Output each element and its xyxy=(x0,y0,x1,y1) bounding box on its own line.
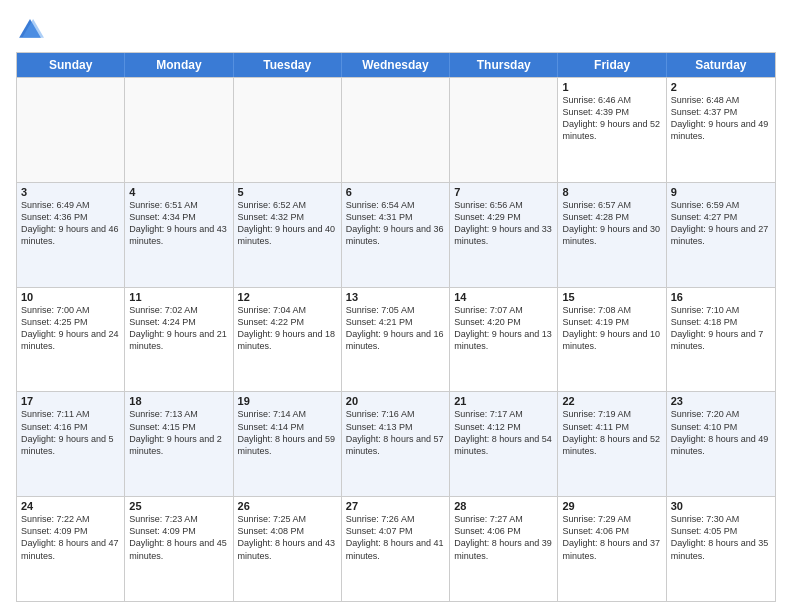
day-number: 13 xyxy=(346,291,445,303)
day-info: Sunrise: 7:07 AM Sunset: 4:20 PM Dayligh… xyxy=(454,304,553,353)
day-info: Sunrise: 7:10 AM Sunset: 4:18 PM Dayligh… xyxy=(671,304,771,353)
calendar-row-3: 17Sunrise: 7:11 AM Sunset: 4:16 PM Dayli… xyxy=(17,391,775,496)
logo-icon xyxy=(16,16,44,44)
day-info: Sunrise: 7:22 AM Sunset: 4:09 PM Dayligh… xyxy=(21,513,120,562)
day-cell-23: 23Sunrise: 7:20 AM Sunset: 4:10 PM Dayli… xyxy=(667,392,775,496)
day-info: Sunrise: 7:23 AM Sunset: 4:09 PM Dayligh… xyxy=(129,513,228,562)
day-number: 19 xyxy=(238,395,337,407)
header xyxy=(16,16,776,44)
day-number: 15 xyxy=(562,291,661,303)
day-number: 29 xyxy=(562,500,661,512)
day-cell-14: 14Sunrise: 7:07 AM Sunset: 4:20 PM Dayli… xyxy=(450,288,558,392)
day-number: 20 xyxy=(346,395,445,407)
logo xyxy=(16,16,48,44)
day-cell-13: 13Sunrise: 7:05 AM Sunset: 4:21 PM Dayli… xyxy=(342,288,450,392)
day-cell-20: 20Sunrise: 7:16 AM Sunset: 4:13 PM Dayli… xyxy=(342,392,450,496)
day-number: 2 xyxy=(671,81,771,93)
day-cell-2: 2Sunrise: 6:48 AM Sunset: 4:37 PM Daylig… xyxy=(667,78,775,182)
day-info: Sunrise: 6:49 AM Sunset: 4:36 PM Dayligh… xyxy=(21,199,120,248)
day-info: Sunrise: 7:00 AM Sunset: 4:25 PM Dayligh… xyxy=(21,304,120,353)
empty-cell xyxy=(342,78,450,182)
day-info: Sunrise: 7:08 AM Sunset: 4:19 PM Dayligh… xyxy=(562,304,661,353)
day-info: Sunrise: 7:29 AM Sunset: 4:06 PM Dayligh… xyxy=(562,513,661,562)
day-info: Sunrise: 6:59 AM Sunset: 4:27 PM Dayligh… xyxy=(671,199,771,248)
day-info: Sunrise: 6:48 AM Sunset: 4:37 PM Dayligh… xyxy=(671,94,771,143)
day-number: 12 xyxy=(238,291,337,303)
day-number: 25 xyxy=(129,500,228,512)
day-info: Sunrise: 7:04 AM Sunset: 4:22 PM Dayligh… xyxy=(238,304,337,353)
day-info: Sunrise: 6:54 AM Sunset: 4:31 PM Dayligh… xyxy=(346,199,445,248)
day-cell-15: 15Sunrise: 7:08 AM Sunset: 4:19 PM Dayli… xyxy=(558,288,666,392)
day-cell-17: 17Sunrise: 7:11 AM Sunset: 4:16 PM Dayli… xyxy=(17,392,125,496)
day-cell-9: 9Sunrise: 6:59 AM Sunset: 4:27 PM Daylig… xyxy=(667,183,775,287)
day-cell-18: 18Sunrise: 7:13 AM Sunset: 4:15 PM Dayli… xyxy=(125,392,233,496)
day-info: Sunrise: 7:27 AM Sunset: 4:06 PM Dayligh… xyxy=(454,513,553,562)
day-cell-19: 19Sunrise: 7:14 AM Sunset: 4:14 PM Dayli… xyxy=(234,392,342,496)
day-number: 9 xyxy=(671,186,771,198)
day-number: 30 xyxy=(671,500,771,512)
calendar-header: SundayMondayTuesdayWednesdayThursdayFrid… xyxy=(17,53,775,77)
empty-cell xyxy=(234,78,342,182)
day-info: Sunrise: 7:17 AM Sunset: 4:12 PM Dayligh… xyxy=(454,408,553,457)
empty-cell xyxy=(17,78,125,182)
day-info: Sunrise: 7:13 AM Sunset: 4:15 PM Dayligh… xyxy=(129,408,228,457)
day-cell-6: 6Sunrise: 6:54 AM Sunset: 4:31 PM Daylig… xyxy=(342,183,450,287)
day-number: 5 xyxy=(238,186,337,198)
calendar: SundayMondayTuesdayWednesdayThursdayFrid… xyxy=(16,52,776,602)
day-number: 22 xyxy=(562,395,661,407)
day-info: Sunrise: 7:26 AM Sunset: 4:07 PM Dayligh… xyxy=(346,513,445,562)
weekday-header-wednesday: Wednesday xyxy=(342,53,450,77)
day-cell-24: 24Sunrise: 7:22 AM Sunset: 4:09 PM Dayli… xyxy=(17,497,125,601)
day-info: Sunrise: 7:11 AM Sunset: 4:16 PM Dayligh… xyxy=(21,408,120,457)
day-number: 3 xyxy=(21,186,120,198)
day-number: 6 xyxy=(346,186,445,198)
day-info: Sunrise: 6:56 AM Sunset: 4:29 PM Dayligh… xyxy=(454,199,553,248)
day-cell-8: 8Sunrise: 6:57 AM Sunset: 4:28 PM Daylig… xyxy=(558,183,666,287)
day-number: 11 xyxy=(129,291,228,303)
day-cell-21: 21Sunrise: 7:17 AM Sunset: 4:12 PM Dayli… xyxy=(450,392,558,496)
calendar-body: 1Sunrise: 6:46 AM Sunset: 4:39 PM Daylig… xyxy=(17,77,775,601)
day-cell-10: 10Sunrise: 7:00 AM Sunset: 4:25 PM Dayli… xyxy=(17,288,125,392)
day-info: Sunrise: 7:02 AM Sunset: 4:24 PM Dayligh… xyxy=(129,304,228,353)
day-cell-12: 12Sunrise: 7:04 AM Sunset: 4:22 PM Dayli… xyxy=(234,288,342,392)
day-info: Sunrise: 6:57 AM Sunset: 4:28 PM Dayligh… xyxy=(562,199,661,248)
day-number: 21 xyxy=(454,395,553,407)
day-cell-5: 5Sunrise: 6:52 AM Sunset: 4:32 PM Daylig… xyxy=(234,183,342,287)
calendar-row-2: 10Sunrise: 7:00 AM Sunset: 4:25 PM Dayli… xyxy=(17,287,775,392)
day-info: Sunrise: 7:05 AM Sunset: 4:21 PM Dayligh… xyxy=(346,304,445,353)
day-cell-16: 16Sunrise: 7:10 AM Sunset: 4:18 PM Dayli… xyxy=(667,288,775,392)
calendar-row-0: 1Sunrise: 6:46 AM Sunset: 4:39 PM Daylig… xyxy=(17,77,775,182)
calendar-row-1: 3Sunrise: 6:49 AM Sunset: 4:36 PM Daylig… xyxy=(17,182,775,287)
day-cell-26: 26Sunrise: 7:25 AM Sunset: 4:08 PM Dayli… xyxy=(234,497,342,601)
day-number: 18 xyxy=(129,395,228,407)
weekday-header-friday: Friday xyxy=(558,53,666,77)
weekday-header-tuesday: Tuesday xyxy=(234,53,342,77)
day-info: Sunrise: 6:46 AM Sunset: 4:39 PM Dayligh… xyxy=(562,94,661,143)
calendar-row-4: 24Sunrise: 7:22 AM Sunset: 4:09 PM Dayli… xyxy=(17,496,775,601)
day-number: 14 xyxy=(454,291,553,303)
weekday-header-thursday: Thursday xyxy=(450,53,558,77)
empty-cell xyxy=(450,78,558,182)
weekday-header-monday: Monday xyxy=(125,53,233,77)
day-cell-29: 29Sunrise: 7:29 AM Sunset: 4:06 PM Dayli… xyxy=(558,497,666,601)
day-cell-3: 3Sunrise: 6:49 AM Sunset: 4:36 PM Daylig… xyxy=(17,183,125,287)
day-cell-28: 28Sunrise: 7:27 AM Sunset: 4:06 PM Dayli… xyxy=(450,497,558,601)
day-number: 26 xyxy=(238,500,337,512)
day-info: Sunrise: 6:52 AM Sunset: 4:32 PM Dayligh… xyxy=(238,199,337,248)
day-number: 16 xyxy=(671,291,771,303)
day-number: 8 xyxy=(562,186,661,198)
weekday-header-sunday: Sunday xyxy=(17,53,125,77)
day-number: 28 xyxy=(454,500,553,512)
day-cell-25: 25Sunrise: 7:23 AM Sunset: 4:09 PM Dayli… xyxy=(125,497,233,601)
day-number: 24 xyxy=(21,500,120,512)
day-number: 10 xyxy=(21,291,120,303)
day-cell-1: 1Sunrise: 6:46 AM Sunset: 4:39 PM Daylig… xyxy=(558,78,666,182)
empty-cell xyxy=(125,78,233,182)
weekday-header-saturday: Saturday xyxy=(667,53,775,77)
day-number: 4 xyxy=(129,186,228,198)
day-cell-30: 30Sunrise: 7:30 AM Sunset: 4:05 PM Dayli… xyxy=(667,497,775,601)
day-cell-27: 27Sunrise: 7:26 AM Sunset: 4:07 PM Dayli… xyxy=(342,497,450,601)
day-cell-22: 22Sunrise: 7:19 AM Sunset: 4:11 PM Dayli… xyxy=(558,392,666,496)
day-info: Sunrise: 7:14 AM Sunset: 4:14 PM Dayligh… xyxy=(238,408,337,457)
day-number: 1 xyxy=(562,81,661,93)
